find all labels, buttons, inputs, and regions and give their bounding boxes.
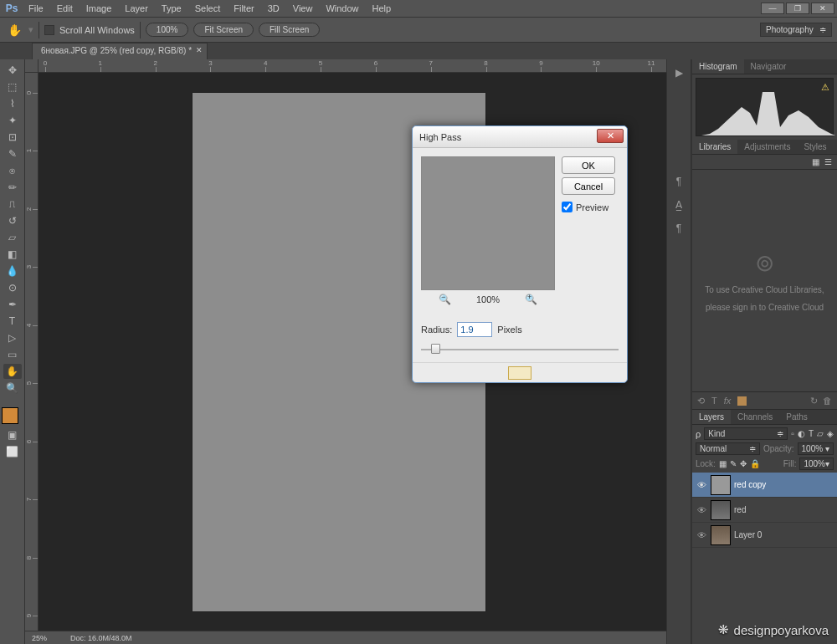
brush-tool[interactable]: ✏ xyxy=(3,180,22,195)
menu-select[interactable]: Select xyxy=(188,1,228,16)
close-tab-icon[interactable]: ✕ xyxy=(196,46,203,54)
layer-filter-kind[interactable]: Kind≑ xyxy=(704,427,788,440)
tab-channels[interactable]: Channels xyxy=(731,410,779,424)
workspace-dropdown[interactable]: Photography≑ xyxy=(760,23,832,37)
play-icon[interactable]: ▶ xyxy=(670,66,687,79)
path-select-tool[interactable]: ▷ xyxy=(3,330,22,345)
pen-tool[interactable]: ✒ xyxy=(3,297,22,312)
layer-name[interactable]: Layer 0 xyxy=(734,530,762,539)
layer-row[interactable]: 👁 Layer 0 xyxy=(692,523,837,548)
fill-swatch-icon[interactable] xyxy=(737,396,747,406)
menu-type[interactable]: Type xyxy=(155,1,188,16)
grid-view-icon[interactable]: ▦ xyxy=(812,157,819,166)
gradient-tool[interactable]: ◧ xyxy=(3,247,22,262)
eraser-tool[interactable]: ▱ xyxy=(3,230,22,245)
maximize-button[interactable]: ❐ xyxy=(786,3,809,14)
menu-image[interactable]: Image xyxy=(80,1,119,16)
layer-row[interactable]: 👁 red copy xyxy=(692,473,837,498)
crop-tool[interactable]: ⊡ xyxy=(3,130,22,145)
paragraph-icon[interactable]: ¶ xyxy=(670,175,687,188)
dodge-tool[interactable]: ⊙ xyxy=(3,280,22,295)
foreground-color-swatch[interactable] xyxy=(2,407,18,424)
blend-mode-select[interactable]: Normal≑ xyxy=(696,442,760,455)
ruler-horizontal[interactable]: 01234567891011 xyxy=(39,59,666,73)
layer-thumb[interactable] xyxy=(711,500,731,520)
app-logo[interactable]: Ps xyxy=(2,1,22,16)
opacity-input[interactable]: 100%▾ xyxy=(798,442,834,455)
radius-input[interactable] xyxy=(457,322,492,337)
filter-adj-icon[interactable]: ◐ xyxy=(798,429,805,438)
cancel-button[interactable]: Cancel xyxy=(562,177,615,195)
scroll-all-checkbox[interactable] xyxy=(44,25,54,35)
fill-input[interactable]: 100%▾ xyxy=(799,457,834,470)
lock-paint-icon[interactable]: ✎ xyxy=(730,459,737,468)
zoom-out-icon[interactable]: 🔍− xyxy=(439,294,451,305)
preview-checkbox[interactable] xyxy=(562,202,573,212)
ok-button[interactable]: OK xyxy=(562,156,615,174)
menu-help[interactable]: Help xyxy=(366,1,398,16)
menu-file[interactable]: File xyxy=(22,1,50,16)
layer-thumb[interactable] xyxy=(711,525,731,545)
status-docsize[interactable]: Doc: 16.0M/48.0M xyxy=(70,634,132,642)
refresh-icon[interactable]: ↻ xyxy=(810,396,818,406)
lock-position-icon[interactable]: ✥ xyxy=(740,459,747,468)
glyph-icon[interactable]: ¶ xyxy=(670,222,687,235)
type-icon[interactable]: T xyxy=(711,396,717,406)
menu-layer[interactable]: Layer xyxy=(118,1,155,16)
filter-shape-icon[interactable]: ▱ xyxy=(817,429,824,438)
layer-name[interactable]: red copy xyxy=(734,480,766,489)
filter-smart-icon[interactable]: ◈ xyxy=(827,429,834,438)
document-tab[interactable]: 6новая.JPG @ 25% (red copy, RGB/8) * ✕ xyxy=(32,43,208,59)
zoom-tool[interactable]: 🔍 xyxy=(3,381,22,396)
menu-3d[interactable]: 3D xyxy=(261,1,286,16)
visibility-toggle[interactable]: 👁 xyxy=(696,505,707,515)
tab-adjustments[interactable]: Adjustments xyxy=(737,140,797,154)
type-tool[interactable]: T xyxy=(3,314,22,329)
history-brush-tool[interactable]: ↺ xyxy=(3,213,22,228)
fit-screen-button[interactable]: Fit Screen xyxy=(193,23,254,37)
dialog-titlebar[interactable]: High Pass ✕ xyxy=(413,126,627,148)
resize-grip[interactable] xyxy=(508,366,531,380)
fill-screen-button[interactable]: Fill Screen xyxy=(259,23,320,37)
lock-transparency-icon[interactable]: ▦ xyxy=(719,459,727,468)
marquee-tool[interactable]: ⬚ xyxy=(3,79,22,95)
move-tool[interactable]: ✥ xyxy=(3,63,22,78)
lasso-tool[interactable]: ⌇ xyxy=(3,96,22,111)
filter-preview[interactable] xyxy=(421,156,555,290)
tab-navigator[interactable]: Navigator xyxy=(744,59,793,74)
visibility-toggle[interactable]: 👁 xyxy=(696,480,707,490)
filter-type-icon[interactable]: T xyxy=(809,429,814,438)
screenmode-toggle[interactable]: ⬜ xyxy=(3,444,22,459)
tab-styles[interactable]: Styles xyxy=(797,140,833,154)
menu-edit[interactable]: Edit xyxy=(50,1,80,16)
tab-paths[interactable]: Paths xyxy=(779,410,814,424)
shape-tool[interactable]: ▭ xyxy=(3,347,22,362)
tab-libraries[interactable]: Libraries xyxy=(692,140,737,154)
visibility-toggle[interactable]: 👁 xyxy=(696,530,707,540)
zoom-100-button[interactable]: 100% xyxy=(146,23,189,37)
tab-layers[interactable]: Layers xyxy=(692,410,731,424)
lock-all-icon[interactable]: 🔒 xyxy=(750,459,760,468)
minimize-button[interactable]: — xyxy=(761,3,784,14)
layer-row[interactable]: 👁 red xyxy=(692,498,837,523)
list-view-icon[interactable]: ☰ xyxy=(824,157,832,166)
trash-icon[interactable]: 🗑 xyxy=(823,396,832,406)
eyedropper-tool[interactable]: ✎ xyxy=(3,146,22,161)
status-zoom[interactable]: 25% xyxy=(32,634,47,642)
filter-image-icon[interactable]: ▫ xyxy=(791,429,794,438)
layer-thumb[interactable] xyxy=(711,475,731,495)
wand-tool[interactable]: ✦ xyxy=(3,113,22,128)
menu-filter[interactable]: Filter xyxy=(227,1,260,16)
menu-view[interactable]: View xyxy=(286,1,320,16)
menu-window[interactable]: Window xyxy=(319,1,365,16)
zoom-in-icon[interactable]: 🔍+ xyxy=(525,294,537,305)
hand-tool-icon[interactable]: ✋ xyxy=(5,21,23,39)
blur-tool[interactable]: 💧 xyxy=(3,263,22,279)
fx-icon[interactable]: fx xyxy=(724,396,732,406)
ruler-vertical[interactable]: 0123456789 xyxy=(25,73,39,644)
link-icon[interactable]: ⟲ xyxy=(697,396,705,406)
hand-tool[interactable]: ✋ xyxy=(3,364,22,379)
layer-name[interactable]: red xyxy=(734,505,746,514)
dialog-close-button[interactable]: ✕ xyxy=(597,129,624,143)
quickmask-toggle[interactable]: ▣ xyxy=(3,427,22,442)
